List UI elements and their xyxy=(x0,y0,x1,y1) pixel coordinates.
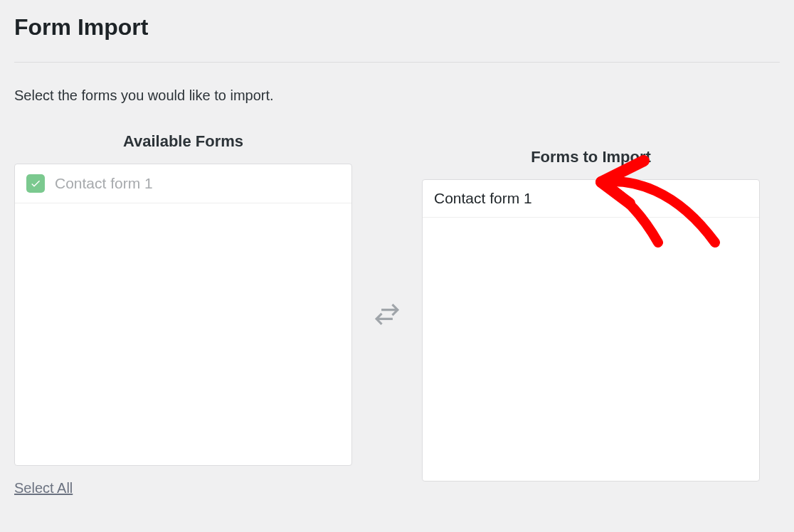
divider xyxy=(14,62,780,63)
page-title: Form Import xyxy=(14,14,780,41)
import-form-label: Contact form 1 xyxy=(434,190,532,207)
forms-to-import-list[interactable]: Contact form 1 xyxy=(422,179,760,482)
available-form-label: Contact form 1 xyxy=(55,175,153,192)
transfer-layout: Available Forms Contact form 1 Select Al… xyxy=(14,132,780,496)
select-all-link[interactable]: Select All xyxy=(14,480,73,496)
import-form-item[interactable]: Contact form 1 xyxy=(423,180,759,218)
checkbox-checked-icon[interactable] xyxy=(26,174,45,193)
forms-to-import-header: Forms to Import xyxy=(531,148,651,166)
available-forms-column: Available Forms Contact form 1 xyxy=(14,132,352,466)
available-form-item[interactable]: Contact form 1 xyxy=(15,164,351,203)
forms-to-import-column: Forms to Import Contact form 1 xyxy=(422,148,760,482)
exchange-icon xyxy=(366,301,408,328)
instruction-text: Select the forms you would like to impor… xyxy=(14,87,780,104)
available-forms-header: Available Forms xyxy=(123,132,243,151)
available-forms-list[interactable]: Contact form 1 xyxy=(14,164,352,466)
